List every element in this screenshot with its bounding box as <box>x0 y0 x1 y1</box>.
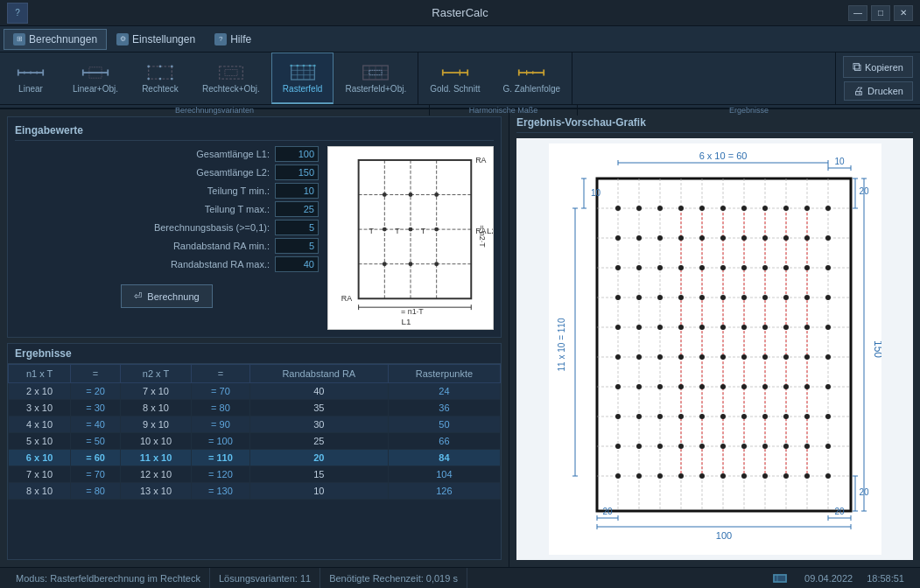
svg-point-129 <box>678 265 684 270</box>
svg-point-122 <box>762 235 768 241</box>
svg-point-177 <box>762 384 768 389</box>
svg-point-154 <box>741 325 747 330</box>
svg-point-124 <box>804 235 810 241</box>
tool-rasterfeld-obj[interactable]: Rasterfeld+Obj. <box>334 52 418 104</box>
table-row[interactable]: 5 x 10 <box>9 433 71 450</box>
svg-point-170 <box>615 384 621 389</box>
label-l2: Gesamtlänge L2: <box>15 167 275 178</box>
svg-point-132 <box>741 265 747 270</box>
svg-point-201 <box>804 444 810 449</box>
preview-title: Ergebnis-Vorschau-Grafik <box>516 116 913 133</box>
svg-point-172 <box>657 384 663 389</box>
svg-point-166 <box>762 354 768 360</box>
table-row[interactable]: 6 x 10 <box>9 450 71 466</box>
tool-rechteck-obj[interactable]: Rechteck+Obj. <box>191 52 271 104</box>
close-button[interactable]: ✕ <box>894 5 913 21</box>
svg-point-189 <box>783 414 789 419</box>
svg-point-148 <box>615 325 621 330</box>
tool-zahlenfolge[interactable]: G. Zahlenfolge <box>491 52 572 104</box>
tool-rechteck[interactable]: Rechteck <box>130 52 191 104</box>
field-basis[interactable] <box>275 220 319 235</box>
svg-point-108 <box>699 206 705 211</box>
svg-point-167 <box>783 354 789 360</box>
svg-point-16 <box>159 78 162 80</box>
table-row[interactable]: 3 x 10 <box>9 400 71 416</box>
tool-rasterfeld[interactable]: Rasterfeld <box>271 52 334 104</box>
window-controls: — □ ✕ <box>848 5 913 21</box>
svg-point-152 <box>699 325 705 330</box>
tool-linear-obj[interactable]: Linear+Obj. <box>61 52 130 104</box>
table-row[interactable]: 8 x 10 <box>9 483 71 500</box>
toolbar-berechnungsvarianten: Linear Linear+Obj. Rechteck <box>0 52 418 104</box>
svg-text:= n1·T: = n1·T <box>401 307 424 316</box>
label-tmin: Teilung T min.: <box>15 186 275 196</box>
svg-point-188 <box>762 414 768 419</box>
svg-point-116 <box>636 235 642 241</box>
field-ramax[interactable] <box>275 256 319 272</box>
eingabewerte-title: Eingabewerte <box>15 124 494 141</box>
svg-point-165 <box>741 354 747 360</box>
clock-icon <box>773 574 787 583</box>
svg-point-185 <box>699 414 705 419</box>
field-l1[interactable] <box>275 146 319 162</box>
svg-text:L1: L1 <box>402 317 411 326</box>
col-n2t: n2 x T <box>120 365 191 383</box>
svg-point-162 <box>678 354 684 360</box>
zahlenfolge-icon <box>517 63 545 82</box>
svg-point-178 <box>783 384 789 389</box>
table-row[interactable]: 4 x 10 <box>9 416 71 433</box>
label-ramin: Randabstand RA min.: <box>15 241 275 251</box>
tool-gold-schnitt[interactable]: Gold. Schnitt <box>418 52 491 104</box>
status-time: Benötigte Rechenzeit: 0,019 s <box>320 568 467 588</box>
input-row-tmax: Teilung T max.: <box>15 201 319 217</box>
menu-einstellungen[interactable]: ⚙ Einstellungen <box>107 29 205 50</box>
svg-point-57 <box>409 228 413 232</box>
svg-point-123 <box>783 235 789 241</box>
results-table-container[interactable]: n1 x T = n2 x T = Randabstand RA Rasterp… <box>8 364 501 500</box>
table-row[interactable]: 7 x 10 <box>9 466 71 483</box>
preview-svg: 6 x 10 = 60 10 150 20 <box>549 144 881 555</box>
svg-point-203 <box>615 473 621 479</box>
maximize-button[interactable]: □ <box>871 5 890 21</box>
svg-point-109 <box>720 206 726 211</box>
col-ra: Randabstand RA <box>249 365 388 383</box>
svg-point-199 <box>762 444 768 449</box>
field-l2[interactable] <box>275 164 319 180</box>
svg-point-121 <box>741 235 747 241</box>
svg-point-161 <box>657 354 663 360</box>
field-tmax[interactable] <box>275 201 319 217</box>
label-11x10: 11 x 10 = 110 <box>557 318 566 371</box>
tool-linear[interactable]: Linear <box>0 52 61 104</box>
berechnung-button[interactable]: ⏎ Berechnung <box>121 284 212 308</box>
app-icon: ? <box>7 3 28 24</box>
svg-point-206 <box>678 473 684 479</box>
svg-point-190 <box>804 414 810 419</box>
svg-point-182 <box>636 414 642 419</box>
drucken-button[interactable]: 🖨 Drucken <box>844 81 913 101</box>
linear-icon <box>17 63 45 82</box>
label-10-left: 10 <box>591 188 601 198</box>
menu-berechnungen[interactable]: ⊞ Berechnungen <box>4 29 107 50</box>
table-row[interactable]: 2 x 10 <box>9 383 71 400</box>
minimize-button[interactable]: — <box>848 5 867 21</box>
input-fields-container: Gesamtlänge L1: Gesamtlänge L2: Teilung … <box>15 146 319 330</box>
field-tmin[interactable] <box>275 183 319 199</box>
ergebnisse-title: Ergebnisse <box>8 344 501 364</box>
svg-point-173 <box>678 384 684 389</box>
svg-point-186 <box>720 414 726 419</box>
svg-point-200 <box>783 444 789 449</box>
toolbar-harmonische: Gold. Schnitt G. Zahlenfolge <box>418 52 572 104</box>
svg-point-117 <box>657 235 663 241</box>
svg-point-58 <box>434 228 439 232</box>
svg-point-53 <box>383 192 387 197</box>
eingabewerte-content: Gesamtlänge L1: Gesamtlänge L2: Teilung … <box>15 146 494 330</box>
kopieren-button[interactable]: ⧉ Kopieren <box>843 56 913 78</box>
diagram-container: RA RA RA T T T = n1·T = n2·T L1 L2 <box>327 146 494 330</box>
menu-hilfe[interactable]: ? Hilfe <box>205 29 261 50</box>
svg-point-212 <box>804 473 810 479</box>
rechteck-icon <box>146 63 174 82</box>
svg-point-127 <box>636 265 642 270</box>
svg-point-156 <box>783 325 789 330</box>
svg-point-176 <box>741 384 747 389</box>
field-ramin[interactable] <box>275 238 319 254</box>
